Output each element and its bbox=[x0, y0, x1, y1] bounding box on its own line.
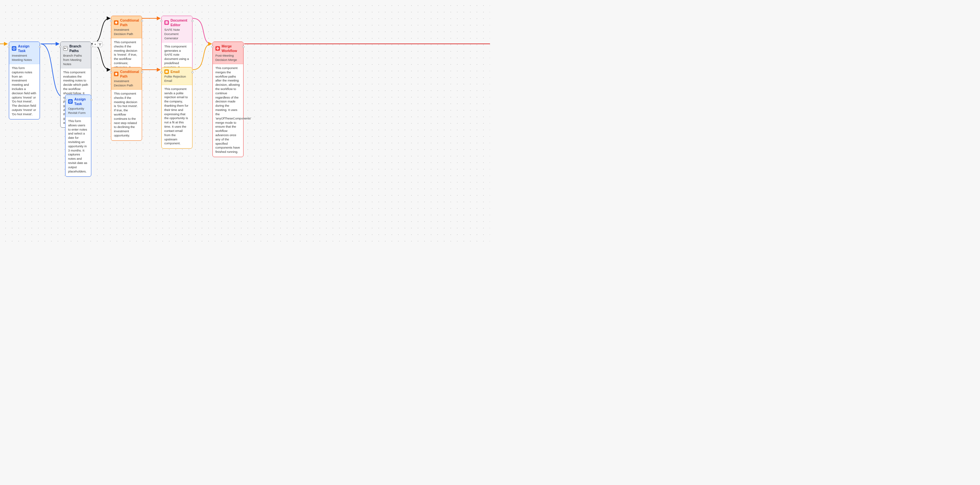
add-branch-control[interactable]: + bbox=[92, 41, 102, 47]
node-title: Conditional Path bbox=[120, 69, 139, 78]
node-title: Document Editor bbox=[170, 18, 189, 27]
port-in[interactable] bbox=[161, 72, 162, 73]
svg-rect-7 bbox=[167, 22, 167, 23]
port-out[interactable] bbox=[90, 99, 92, 101]
port-out[interactable] bbox=[191, 20, 193, 22]
node-description: This form allows users to enter notes an… bbox=[65, 117, 91, 177]
branch-icon bbox=[63, 46, 68, 51]
svg-point-3 bbox=[100, 45, 100, 46]
svg-point-1 bbox=[99, 43, 100, 44]
port-in[interactable] bbox=[8, 46, 10, 48]
port-out[interactable] bbox=[243, 46, 245, 48]
node-email[interactable]: Email Polite Rejection Email This compon… bbox=[161, 67, 192, 149]
port-out[interactable] bbox=[191, 72, 193, 73]
node-assign-task-meeting-notes[interactable]: Assign Task Investment Meeting Notes Thi… bbox=[9, 41, 40, 119]
node-title: Assign Task bbox=[74, 97, 88, 106]
node-subtitle: Polite Rejection Email bbox=[164, 75, 189, 83]
svg-rect-8 bbox=[167, 23, 167, 23]
port-in[interactable] bbox=[110, 20, 112, 22]
svg-rect-9 bbox=[165, 71, 168, 73]
add-branch-plus[interactable]: + bbox=[93, 41, 97, 47]
node-title: Assign Task bbox=[18, 44, 37, 53]
node-conditional-do-not-invest[interactable]: Conditional Path Investment Decision Pat… bbox=[111, 67, 142, 141]
node-title: Branch Paths bbox=[69, 44, 88, 53]
node-description: This component checks if the meeting dec… bbox=[111, 90, 142, 140]
add-branch-fork-icon[interactable] bbox=[97, 41, 102, 47]
document-chart-icon bbox=[164, 20, 169, 25]
svg-rect-6 bbox=[166, 22, 166, 23]
diamond-icon bbox=[114, 20, 118, 25]
node-subtitle: Investment Meeting Notes bbox=[12, 54, 37, 62]
node-assign-task-revisit[interactable]: Assign Task Opportunity Revisit Form Thi… bbox=[65, 95, 91, 177]
node-merge-workflow[interactable]: Merge Workflow Post-Meeting Decision Mer… bbox=[212, 41, 243, 157]
node-subtitle: SAFE Note Document Generator bbox=[164, 28, 189, 40]
port-in[interactable] bbox=[212, 46, 213, 48]
port-in[interactable] bbox=[110, 72, 112, 73]
node-description: This form captures notes from an investm… bbox=[9, 64, 40, 119]
node-subtitle: Investment Decision Path bbox=[114, 28, 139, 36]
port-in[interactable] bbox=[64, 99, 66, 101]
port-in[interactable] bbox=[59, 46, 61, 48]
node-title: Conditional Path bbox=[120, 18, 139, 27]
workflow-canvas[interactable]: Assign Task Investment Meeting Notes Thi… bbox=[0, 0, 490, 243]
node-subtitle: Branch Paths from Meeting Notes bbox=[63, 54, 88, 66]
envelope-icon bbox=[164, 69, 169, 74]
node-description: This component merges the workflow paths… bbox=[213, 64, 243, 157]
port-out[interactable] bbox=[90, 46, 92, 48]
check-circle-icon bbox=[68, 99, 73, 104]
check-circle-icon bbox=[12, 46, 16, 51]
port-in[interactable] bbox=[161, 20, 162, 22]
node-subtitle: Post-Meeting Decision Merge bbox=[215, 54, 240, 62]
node-title: Email bbox=[170, 69, 180, 74]
node-description: This component sends a polite rejection … bbox=[162, 85, 192, 148]
diamond-icon bbox=[114, 72, 118, 76]
port-out[interactable] bbox=[141, 20, 143, 22]
node-title: Merge Workflow bbox=[221, 44, 240, 53]
svg-point-2 bbox=[100, 43, 101, 44]
node-subtitle: Investment Decision Path bbox=[114, 79, 139, 88]
node-subtitle: Opportunity Revisit Form bbox=[68, 107, 88, 115]
port-out[interactable] bbox=[39, 46, 41, 48]
port-out[interactable] bbox=[141, 72, 143, 73]
merge-diamond-icon bbox=[215, 46, 220, 51]
